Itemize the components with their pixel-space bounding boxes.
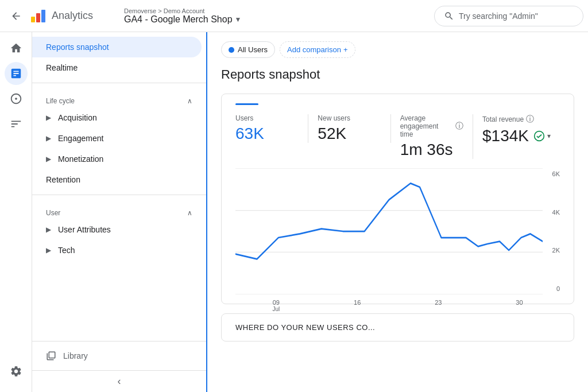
- add-comparison-button[interactable]: Add comparison +: [280, 41, 355, 58]
- user-label: User: [46, 209, 60, 217]
- home-icon[interactable]: [5, 37, 28, 60]
- x-label-30: 30: [516, 299, 523, 312]
- x-label-16: 16: [354, 299, 361, 312]
- sidebar-item-retention[interactable]: Retention: [32, 169, 206, 190]
- sidebar-item-monetization[interactable]: ▶ Monetization: [32, 149, 206, 169]
- back-button[interactable]: [5, 5, 28, 28]
- sidebar: Reports snapshot Realtime Life cycle ∧ ▶…: [32, 32, 207, 392]
- svg-rect-1: [36, 13, 40, 22]
- sidebar-item-label: Tech: [58, 246, 75, 255]
- icon-rail: [0, 32, 32, 392]
- add-comparison-label: Add comparison: [287, 45, 341, 54]
- stat-revenue[interactable]: Total revenue ⓘ $134K ▾: [473, 114, 560, 145]
- sidebar-collapse-button[interactable]: ‹: [32, 370, 206, 392]
- sidebar-divider-1: [32, 83, 206, 83]
- search-icon: [444, 11, 454, 21]
- bottom-card-title: WHERE DO YOUR NEW USERS CO...: [235, 323, 560, 332]
- chevron-down-icon: ▾: [547, 132, 551, 140]
- app-header: Analytics Demoverse > Demo Account GA4 -…: [0, 0, 588, 32]
- sidebar-item-label: Retention: [46, 175, 80, 184]
- rail-bottom: [5, 360, 28, 392]
- chart-area: 6K 4K 2K 0 09 Jul 16 23: [235, 168, 560, 294]
- plus-icon: +: [343, 45, 348, 54]
- property-name: GA4 - Google Merch Shop: [124, 14, 233, 25]
- settings-icon[interactable]: [5, 360, 28, 383]
- stat-users-value: 63K: [235, 125, 299, 143]
- sidebar-item-label: Reports snapshot: [46, 42, 109, 52]
- stat-engagement-time[interactable]: Average engagement time ⓘ 1m 36s: [391, 114, 473, 159]
- sidebar-item-label: Monetization: [58, 154, 103, 164]
- sidebar-library[interactable]: Library: [32, 341, 206, 370]
- app-title: Analytics: [52, 10, 93, 22]
- expand-arrow-icon: ▶: [46, 246, 51, 254]
- search-placeholder: Try searching "Admin": [459, 11, 538, 21]
- stat-engagement-value: 1m 36s: [400, 141, 463, 159]
- property-chevron: ▼: [235, 15, 242, 24]
- sidebar-item-label: Engagement: [58, 134, 103, 143]
- library-label: Library: [63, 351, 88, 360]
- y-label: 2K: [543, 247, 560, 254]
- segment-bar: All Users Add comparison +: [221, 41, 574, 58]
- library-icon: [46, 351, 56, 361]
- x-label-09: 09 Jul: [272, 299, 280, 312]
- stat-new-users[interactable]: New users 52K: [308, 114, 390, 143]
- header-center: Demoverse > Demo Account GA4 - Google Me…: [119, 7, 434, 25]
- sidebar-item-engagement[interactable]: ▶ Engagement: [32, 128, 206, 149]
- sidebar-item-user-attributes[interactable]: ▶ User Attributes: [32, 219, 206, 240]
- sidebar-item-tech[interactable]: ▶ Tech: [32, 240, 206, 261]
- stat-revenue-label: Total revenue ⓘ: [482, 114, 551, 125]
- reports-icon[interactable]: [5, 62, 28, 85]
- chart-x-labels: 09 Jul 16 23 30: [235, 294, 560, 312]
- analytics-logo: [30, 7, 47, 25]
- stat-new-users-value: 52K: [318, 125, 381, 143]
- page-title: Reports snapshot: [221, 67, 574, 82]
- advertising-icon[interactable]: [5, 112, 28, 135]
- header-left: Analytics: [5, 5, 119, 28]
- line-chart: [235, 168, 543, 294]
- chart-y-labels: 6K 4K 2K 0: [543, 168, 560, 294]
- stat-new-users-label: New users: [318, 114, 381, 122]
- sidebar-item-label: Acquisition: [58, 113, 97, 122]
- expand-arrow-icon: ▶: [46, 134, 51, 142]
- y-label: 0: [543, 285, 560, 292]
- main-layout: Reports snapshot Realtime Life cycle ∧ ▶…: [0, 32, 588, 392]
- breadcrumb: Demoverse > Demo Account: [124, 7, 434, 14]
- content-area: All Users Add comparison + Reports snaps…: [207, 32, 588, 392]
- all-users-chip[interactable]: All Users: [221, 41, 275, 58]
- lifecycle-section-header[interactable]: Life cycle ∧: [32, 88, 206, 107]
- expand-arrow-icon: ▶: [46, 226, 51, 234]
- explore-icon[interactable]: [5, 87, 28, 110]
- stats-card: Users 63K New users 52K Average engageme…: [221, 94, 574, 304]
- user-section-header[interactable]: User ∧: [32, 200, 206, 219]
- sidebar-content: Reports snapshot Realtime Life cycle ∧ ▶…: [32, 32, 206, 265]
- y-label: 6K: [543, 170, 560, 177]
- expand-arrow-icon: ▶: [46, 114, 51, 122]
- svg-rect-0: [31, 17, 35, 22]
- lifecycle-label: Life cycle: [46, 97, 75, 105]
- stat-engagement-label: Average engagement time ⓘ: [400, 114, 463, 138]
- bottom-card: WHERE DO YOUR NEW USERS CO...: [221, 313, 574, 341]
- info-icon[interactable]: ⓘ: [455, 121, 463, 131]
- segment-dot: [229, 47, 234, 53]
- rail-top: [5, 37, 28, 360]
- sidebar-item-label: Realtime: [46, 63, 78, 72]
- status-icon[interactable]: ▾: [533, 130, 551, 142]
- sidebar-item-reports-snapshot[interactable]: Reports snapshot: [32, 37, 202, 57]
- collapse-icon: ‹: [118, 375, 121, 387]
- sidebar-item-label: User Attributes: [58, 225, 111, 234]
- property-selector[interactable]: GA4 - Google Merch Shop ▼: [124, 14, 434, 25]
- stat-revenue-value: $134K: [482, 127, 529, 145]
- info-icon-revenue[interactable]: ⓘ: [526, 114, 534, 125]
- sidebar-item-acquisition[interactable]: ▶ Acquisition: [32, 107, 206, 128]
- stats-tab-indicator: [235, 103, 258, 105]
- stat-users[interactable]: Users 63K: [235, 114, 308, 143]
- segment-label: All Users: [238, 45, 268, 54]
- sidebar-divider-2: [32, 195, 206, 195]
- y-label: 4K: [543, 209, 560, 216]
- expand-arrow-icon: ▶: [46, 155, 51, 163]
- svg-rect-2: [41, 10, 45, 22]
- search-bar[interactable]: Try searching "Admin": [434, 6, 583, 26]
- sidebar-item-realtime[interactable]: Realtime: [32, 57, 206, 78]
- stats-row: Users 63K New users 52K Average engageme…: [235, 114, 560, 159]
- user-chevron: ∧: [187, 209, 192, 217]
